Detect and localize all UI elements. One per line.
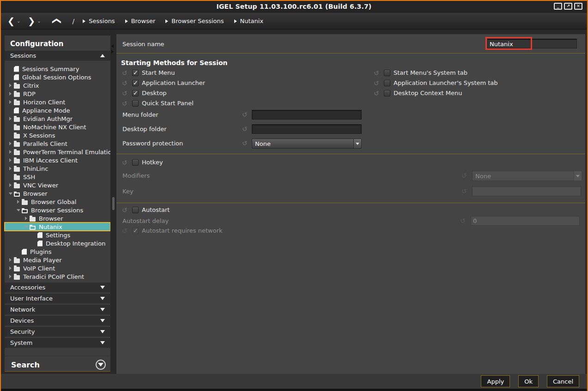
- search-section[interactable]: Search: [5, 356, 110, 373]
- expand-icon[interactable]: [8, 117, 12, 120]
- reset-icon[interactable]: ↺: [242, 126, 249, 132]
- breadcrumb-item-nutanix[interactable]: Nutanix: [234, 18, 264, 24]
- splitter-arrows[interactable]: [111, 44, 114, 54]
- collapse-icon[interactable]: [8, 192, 12, 195]
- ok-button[interactable]: Ok: [518, 375, 539, 387]
- breadcrumb-item-browser-sessions[interactable]: Browser Sessions: [165, 18, 224, 24]
- apply-button[interactable]: Apply: [481, 375, 510, 387]
- breadcrumb-item-browser[interactable]: Browser: [125, 18, 156, 24]
- dropdown-arrow-icon[interactable]: [353, 139, 361, 148]
- reset-icon[interactable]: ↺: [374, 70, 381, 76]
- tree-item-vnc-viewer[interactable]: VNC Viewer: [5, 181, 110, 189]
- tree-item-plugins[interactable]: Plugins: [5, 247, 110, 256]
- reset-icon[interactable]: ↺: [374, 80, 381, 86]
- back-history-caret-icon[interactable]: ⌄: [17, 18, 20, 24]
- reset-icon[interactable]: ↺: [242, 140, 249, 146]
- reset-icon[interactable]: ↺: [122, 159, 129, 166]
- reset-icon[interactable]: ↺: [122, 70, 129, 76]
- session-name-input[interactable]: [487, 39, 577, 48]
- tree-item-powerterm-terminal-emulation[interactable]: PowerTerm Terminal Emulation: [5, 148, 110, 156]
- tree-item-parallels-client[interactable]: Parallels Client: [5, 139, 110, 148]
- expand-icon[interactable]: [8, 266, 12, 270]
- cancel-button[interactable]: Cancel: [547, 375, 579, 387]
- sidebar-scrollbar-thumb[interactable]: [112, 197, 115, 210]
- breadcrumb-item-sessions[interactable]: Sessions: [83, 18, 115, 24]
- reset-icon[interactable]: ↺: [122, 90, 129, 96]
- checkbox-desktop[interactable]: [132, 90, 139, 96]
- desktop-folder-input[interactable]: [252, 124, 362, 134]
- tree-item-nutanix[interactable]: Nutanix: [5, 223, 110, 231]
- expand-icon[interactable]: [8, 275, 12, 278]
- tree-item-appliance-mode[interactable]: Appliance Mode: [5, 106, 110, 114]
- search-expand-button[interactable]: [96, 360, 106, 370]
- tree-item-ibm-iaccess-client[interactable]: IBM iAccess Client: [5, 156, 110, 164]
- reset-icon[interactable]: ↺: [122, 100, 129, 107]
- expand-icon[interactable]: [8, 158, 12, 162]
- tree-item-desktop-integration[interactable]: Desktop Integration: [5, 239, 110, 247]
- checkbox-autostart[interactable]: [132, 207, 139, 213]
- tree-item-teradici-pcoip-client[interactable]: Teradici PCoIP Client: [5, 272, 110, 281]
- tree-item-sessions-summary[interactable]: Sessions Summary: [5, 65, 110, 73]
- expand-icon[interactable]: [8, 150, 12, 154]
- tree-item-citrix[interactable]: Citrix: [5, 81, 110, 90]
- tree-item-media-player[interactable]: Media Player: [5, 256, 110, 264]
- expand-icon[interactable]: [8, 258, 12, 262]
- checkbox-start-menu-s-system-tab[interactable]: [384, 70, 390, 76]
- tree-item-browser[interactable]: Browser: [5, 214, 110, 223]
- tree-item-browser[interactable]: Browser: [5, 189, 110, 198]
- expand-icon[interactable]: [8, 100, 12, 104]
- sidebar-section-system[interactable]: System: [5, 338, 110, 348]
- tree-item-browser-sessions[interactable]: Browser Sessions: [5, 206, 110, 214]
- checkbox-application-launcher-s-system-tab[interactable]: [384, 80, 390, 86]
- tree-item-ssh[interactable]: SSH: [5, 173, 110, 181]
- minimize-icon[interactable]: _: [554, 3, 562, 10]
- expand-icon[interactable]: [24, 217, 28, 220]
- sidebar-section-devices[interactable]: Devices: [5, 316, 110, 326]
- tree-item-horizon-client[interactable]: Horizon Client: [5, 98, 110, 106]
- expand-icon[interactable]: [8, 167, 12, 170]
- forward-icon[interactable]: ❯: [28, 17, 35, 25]
- up-level-icon[interactable]: ❯: [51, 18, 60, 25]
- reset-icon[interactable]: ↺: [122, 80, 129, 86]
- maximize-icon[interactable]: ↗: [564, 3, 572, 10]
- expand-icon[interactable]: [8, 84, 12, 87]
- collapse-left-icon[interactable]: [111, 44, 114, 48]
- checkbox-desktop-context-menu[interactable]: [384, 90, 390, 96]
- checkbox-hotkey[interactable]: [132, 159, 139, 166]
- tree-item-browser-global[interactable]: Browser Global: [5, 198, 110, 206]
- back-icon[interactable]: ❮: [7, 17, 15, 25]
- tree-item-x-sessions[interactable]: X Sessions: [5, 131, 110, 139]
- collapse-right-icon[interactable]: [111, 50, 114, 54]
- tree-item-global-session-options[interactable]: Global Session Options: [5, 73, 110, 81]
- titlebar[interactable]: IGEL Setup 11.03.100.rc6.01 (Build 6.3.7…: [1, 1, 587, 13]
- tree-item-voip-client[interactable]: VoIP Client: [5, 264, 110, 272]
- sidebar-section-user-interface[interactable]: User Interface: [5, 294, 110, 304]
- sidebar-section-network[interactable]: Network: [5, 305, 110, 315]
- checkbox-application-launcher[interactable]: [132, 80, 139, 86]
- password-protection-select[interactable]: None: [252, 138, 362, 149]
- sidebar-section-accessories[interactable]: Accessories: [5, 283, 110, 293]
- tree-item-thinlinc[interactable]: ThinLinc: [5, 164, 110, 173]
- tree-item-nomachine-nx-client[interactable]: NoMachine NX Client: [5, 123, 110, 131]
- tree-item-label: Horizon Client: [23, 99, 65, 106]
- collapse-icon[interactable]: [24, 226, 28, 228]
- close-icon[interactable]: ✕: [574, 3, 582, 10]
- reset-icon[interactable]: ↺: [374, 90, 381, 96]
- expand-icon[interactable]: [8, 92, 12, 96]
- tree-item-rdp[interactable]: RDP: [5, 90, 110, 98]
- tree-item-evidian-authmgr[interactable]: Evidian AuthMgr: [5, 114, 110, 123]
- reset-icon[interactable]: ↺: [122, 207, 129, 213]
- collapse-icon[interactable]: [16, 209, 20, 211]
- splitter[interactable]: [110, 30, 116, 372]
- forward-history-caret-icon[interactable]: ⌄: [37, 18, 41, 24]
- expand-icon[interactable]: [16, 200, 20, 204]
- reset-icon[interactable]: ↺: [242, 111, 249, 118]
- sidebar-section-sessions[interactable]: Sessions: [5, 51, 110, 61]
- menu-folder-input[interactable]: [252, 110, 362, 120]
- sidebar-section-security[interactable]: Security: [5, 327, 110, 337]
- tree-item-settings[interactable]: Settings: [5, 231, 110, 239]
- expand-icon[interactable]: [8, 183, 12, 187]
- checkbox-quick-start-panel[interactable]: [132, 100, 139, 107]
- expand-icon[interactable]: [8, 142, 12, 145]
- checkbox-start-menu[interactable]: [132, 70, 139, 76]
